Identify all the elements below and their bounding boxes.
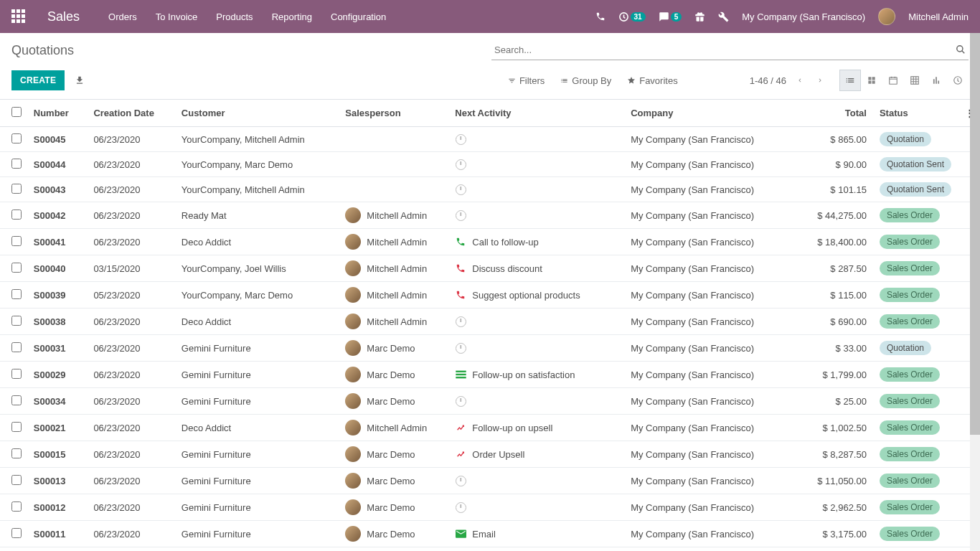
apps-icon[interactable] xyxy=(11,9,26,24)
row-checkbox[interactable] xyxy=(11,184,22,194)
row-checkbox[interactable] xyxy=(11,236,22,246)
create-button[interactable]: CREATE xyxy=(11,70,65,90)
search-icon[interactable] xyxy=(956,44,966,55)
cell-activity[interactable] xyxy=(449,152,625,177)
col-header-customer[interactable]: Customer xyxy=(176,100,340,127)
cell-activity[interactable] xyxy=(449,202,625,229)
cell-activity[interactable]: Confirm Delivery xyxy=(449,547,625,552)
view-calendar-button[interactable] xyxy=(882,70,904,91)
table-row[interactable]: S0003905/23/2020YourCompany, Marc DemoMi… xyxy=(0,282,980,309)
cell-total: $ 3,175.00 xyxy=(801,521,874,547)
gift-icon[interactable] xyxy=(694,11,705,22)
col-header-company[interactable]: Company xyxy=(625,100,801,127)
table-row[interactable]: S0001206/23/2020Gemini FurnitureMarc Dem… xyxy=(0,494,980,521)
pager-text[interactable]: 1-46 / 46 xyxy=(750,75,786,86)
col-header-status[interactable]: Status xyxy=(874,100,958,127)
tools-icon[interactable] xyxy=(718,11,729,22)
row-checkbox[interactable] xyxy=(11,133,22,143)
table-row[interactable]: S0002906/23/2020Gemini FurnitureMarc Dem… xyxy=(0,362,980,388)
activity-icon[interactable]: 31 xyxy=(618,11,646,22)
row-checkbox[interactable] xyxy=(11,316,22,326)
cell-activity[interactable]: Email xyxy=(449,521,625,547)
chat-icon[interactable]: 5 xyxy=(659,11,682,22)
cell-activity[interactable] xyxy=(449,494,625,521)
row-checkbox[interactable] xyxy=(11,422,22,432)
row-checkbox[interactable] xyxy=(11,342,22,352)
table-row[interactable]: S0004506/23/2020YourCompany, Mitchell Ad… xyxy=(0,127,980,152)
favorites-button[interactable]: Favorites xyxy=(627,75,677,86)
cell-activity[interactable] xyxy=(449,177,625,202)
col-header-total[interactable]: Total xyxy=(801,100,874,127)
nav-menu-configuration[interactable]: Configuration xyxy=(331,11,386,22)
table-row[interactable]: S0003106/23/2020Gemini FurnitureMarc Dem… xyxy=(0,335,980,362)
table-row[interactable]: S0001106/23/2020Gemini FurnitureMarc Dem… xyxy=(0,521,980,547)
cell-activity[interactable]: Suggest optional products xyxy=(449,282,625,309)
table-row[interactable]: S0004206/23/2020Ready MatMitchell AdminM… xyxy=(0,202,980,229)
scrollbar-thumb[interactable] xyxy=(970,33,980,435)
pager-prev[interactable] xyxy=(793,74,806,87)
scrollbar[interactable] xyxy=(970,33,980,551)
row-checkbox[interactable] xyxy=(11,159,22,169)
nav-menu-products[interactable]: Products xyxy=(216,11,253,22)
import-button[interactable] xyxy=(75,75,85,85)
row-checkbox[interactable] xyxy=(11,369,22,379)
pager-next[interactable] xyxy=(814,74,826,87)
salesperson-avatar xyxy=(345,340,361,356)
table-row[interactable]: S0004003/15/2020YourCompany, Joel Willis… xyxy=(0,255,980,282)
table-row[interactable]: S0003406/23/2020Gemini FurnitureMarc Dem… xyxy=(0,388,980,415)
col-header-salesperson[interactable]: Salesperson xyxy=(339,100,449,127)
view-graph-button[interactable] xyxy=(925,70,947,91)
cell-activity[interactable]: Follow-up on satisfaction xyxy=(449,362,625,388)
search-input[interactable] xyxy=(491,40,969,60)
cell-activity[interactable] xyxy=(449,127,625,152)
nav-menu-orders[interactable]: Orders xyxy=(108,11,137,22)
table-row[interactable]: S0004406/23/2020YourCompany, Marc DemoMy… xyxy=(0,152,980,177)
cell-activity[interactable]: Order Upsell xyxy=(449,441,625,468)
cell-company: My Company (San Francisco) xyxy=(625,388,801,415)
cell-activity[interactable] xyxy=(449,388,625,415)
phone-icon[interactable] xyxy=(595,11,606,22)
table-row[interactable]: S0004306/23/2020YourCompany, Mitchell Ad… xyxy=(0,177,980,202)
row-checkbox[interactable] xyxy=(11,448,22,458)
view-pivot-button[interactable] xyxy=(904,70,925,91)
cell-customer: YourCompany, Marc Demo xyxy=(176,282,340,309)
user-name[interactable]: Mitchell Admin xyxy=(908,11,969,22)
view-list-button[interactable] xyxy=(839,70,861,91)
view-activity-button[interactable] xyxy=(947,70,969,91)
row-checkbox[interactable] xyxy=(11,475,22,485)
row-checkbox[interactable] xyxy=(11,395,22,405)
cell-date: 06/23/2020 xyxy=(88,202,175,229)
breadcrumb-title[interactable]: Quotations xyxy=(11,40,74,58)
row-checkbox[interactable] xyxy=(11,528,22,538)
app-name[interactable]: Sales xyxy=(47,9,80,24)
cell-activity[interactable] xyxy=(449,335,625,362)
user-avatar[interactable] xyxy=(878,8,895,25)
row-checkbox[interactable] xyxy=(11,501,22,512)
row-checkbox[interactable] xyxy=(11,263,22,273)
cell-activity[interactable] xyxy=(449,309,625,335)
view-kanban-button[interactable] xyxy=(861,70,882,91)
filters-button[interactable]: Filters xyxy=(508,75,545,86)
col-header-number[interactable]: Number xyxy=(28,100,88,127)
cell-activity[interactable]: Discuss discount xyxy=(449,255,625,282)
cell-activity[interactable] xyxy=(449,468,625,494)
table-row[interactable]: S0003806/23/2020Deco AddictMitchell Admi… xyxy=(0,309,980,335)
cell-date: 06/23/2020 xyxy=(88,309,175,335)
company-selector[interactable]: My Company (San Francisco) xyxy=(742,11,865,22)
cell-activity[interactable]: Call to follow-up xyxy=(449,229,625,255)
table-row[interactable]: S0001506/23/2020Gemini FurnitureMarc Dem… xyxy=(0,441,980,468)
select-all-checkbox[interactable] xyxy=(11,107,22,117)
nav-menu-to-invoice[interactable]: To Invoice xyxy=(156,11,198,22)
table-row[interactable]: S0001306/23/2020Gemini FurnitureMarc Dem… xyxy=(0,468,980,494)
cell-activity[interactable]: Follow-up on upsell xyxy=(449,415,625,441)
table-row[interactable]: S0004106/23/2020Deco AddictMitchell Admi… xyxy=(0,229,980,255)
table-row[interactable]: S0002106/23/2020Deco AddictMitchell Admi… xyxy=(0,415,980,441)
groupby-button[interactable]: Group By xyxy=(560,75,611,86)
svg-rect-5 xyxy=(456,371,466,372)
col-header-activity[interactable]: Next Activity xyxy=(449,100,625,127)
nav-menu-reporting[interactable]: Reporting xyxy=(272,11,312,22)
table-row[interactable]: S0000906/23/2020Gemini FurnitureMarc Dem… xyxy=(0,547,980,552)
row-checkbox[interactable] xyxy=(11,289,22,299)
row-checkbox[interactable] xyxy=(11,209,22,220)
col-header-date[interactable]: Creation Date xyxy=(88,100,175,127)
